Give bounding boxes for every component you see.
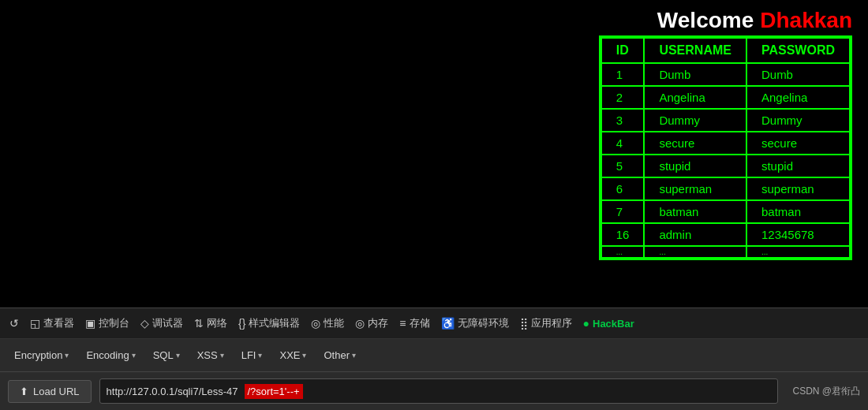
devtools-console[interactable]: ▣ 控制台 <box>80 313 134 334</box>
encoding-menu[interactable]: Encoding ▾ <box>78 345 143 366</box>
csdn-label: CSDN @君衔凸 <box>792 385 860 398</box>
welcome-section: Welcome Dhakkan <box>657 8 852 33</box>
encryption-menu[interactable]: Encryption ▾ <box>6 345 77 366</box>
table-cell-0: 1 <box>601 63 645 86</box>
table-cell-2: Dumb <box>746 63 850 86</box>
devtools-debugger[interactable]: ◇ 调试器 <box>136 313 188 334</box>
encryption-label: Encryption <box>14 349 62 361</box>
accessibility-icon: ♿ <box>441 317 455 330</box>
table-cell-2: secure <box>746 132 850 155</box>
table-cell-0: 2 <box>601 86 645 109</box>
sql-arrow: ▾ <box>176 351 180 360</box>
table-cell-0: 7 <box>601 200 645 223</box>
devtools-performance[interactable]: ◎ 性能 <box>306 313 349 334</box>
table-cell-0: 4 <box>601 132 645 155</box>
application-label: 应用程序 <box>531 316 572 330</box>
lfi-menu[interactable]: LFI ▾ <box>234 345 271 366</box>
table-cell-1: secure <box>644 132 746 155</box>
data-table-wrapper: ID USERNAME PASSWORD 1DumbDumb2AngelinaA… <box>599 35 852 260</box>
table-cell-partial-0: ... <box>601 246 645 258</box>
debugger-label: 调试器 <box>152 316 183 330</box>
table-cell-0: 16 <box>601 223 645 246</box>
url-bar: ⬆ Load URL http://127.0.0.1/sqli7/Less-4… <box>0 372 868 410</box>
xss-arrow: ▾ <box>220 351 224 360</box>
devtools-storage[interactable]: ≡ 存储 <box>395 313 434 334</box>
welcome-label: Welcome <box>657 8 754 33</box>
performance-label: 性能 <box>324 316 344 330</box>
table-cell-1: stupid <box>644 155 746 177</box>
table-header-row: ID USERNAME PASSWORD <box>601 38 850 63</box>
col-id: ID <box>601 38 645 63</box>
url-input-wrapper[interactable]: http://127.0.0.1/sqli7/Less-47 /?sort=1'… <box>99 378 779 404</box>
devtools-accessibility[interactable]: ♿ 无障碍环境 <box>436 313 514 334</box>
table-row: 1DumbDumb <box>601 63 850 86</box>
devtools-application[interactable]: ⣿ 应用程序 <box>515 313 577 334</box>
table-row: 16admin12345678 <box>601 223 850 246</box>
encoding-label: Encoding <box>86 349 129 361</box>
hackbar-menu: Encryption ▾ Encoding ▾ SQL ▾ XSS ▾ LFI … <box>0 339 868 372</box>
devtools-refresh[interactable]: ↺ <box>5 314 24 333</box>
xxe-arrow: ▾ <box>302 351 306 360</box>
other-label: Other <box>324 349 350 361</box>
load-url-button[interactable]: ⬆ Load URL <box>8 380 92 403</box>
table-cell-1: batman <box>644 200 746 223</box>
other-arrow: ▾ <box>352 351 356 360</box>
memory-label: 内存 <box>368 316 388 330</box>
hackbar-icon: ● <box>583 317 589 330</box>
inspector-icon: ◱ <box>30 317 40 330</box>
xss-menu[interactable]: XSS ▾ <box>189 345 232 366</box>
url-static-part: http://127.0.0.1/sqli7/Less-47 <box>100 386 245 397</box>
devtools-style-editor[interactable]: {} 样式编辑器 <box>234 313 305 334</box>
table-cell-2: superman <box>746 177 850 200</box>
col-username: USERNAME <box>644 38 746 63</box>
table-cell-2: Angelina <box>746 86 850 109</box>
inspector-label: 查看器 <box>43 316 74 330</box>
console-icon: ▣ <box>85 317 95 330</box>
debugger-icon: ◇ <box>140 317 149 330</box>
refresh-icon: ↺ <box>9 317 19 330</box>
table-cell-1: admin <box>644 223 746 246</box>
table-cell-1: superman <box>644 177 746 200</box>
table-cell-2: Dummy <box>746 109 850 132</box>
table-cell-2: stupid <box>746 155 850 177</box>
load-url-label: Load URL <box>33 386 80 397</box>
welcome-name: Dhakkan <box>760 8 852 33</box>
table-cell-2: 12345678 <box>746 223 850 246</box>
main-content: Welcome Dhakkan ID USERNAME PASSWORD 1Du… <box>0 0 868 308</box>
xss-label: XSS <box>197 349 218 361</box>
memory-icon: ◎ <box>355 317 365 330</box>
xxe-menu[interactable]: XXE ▾ <box>271 345 314 366</box>
encoding-arrow: ▾ <box>132 351 136 360</box>
load-url-icon: ⬆ <box>20 386 28 397</box>
table-cell-partial-2: ... <box>746 246 850 258</box>
console-label: 控制台 <box>99 316 129 330</box>
devtools-network[interactable]: ⇅ 网络 <box>189 313 232 334</box>
xxe-label: XXE <box>279 349 300 361</box>
table-cell-1: Dumb <box>644 63 746 86</box>
table-cell-1: Dummy <box>644 109 746 132</box>
table-row-partial: ......... <box>601 246 850 258</box>
table-cell-0: 6 <box>601 177 645 200</box>
data-table: ID USERNAME PASSWORD 1DumbDumb2AngelinaA… <box>600 37 851 259</box>
performance-icon: ◎ <box>311 317 320 330</box>
table-row: 5stupidstupid <box>601 155 850 177</box>
devtools-memory[interactable]: ◎ 内存 <box>350 313 393 334</box>
table-row: 4securesecure <box>601 132 850 155</box>
lfi-arrow: ▾ <box>258 351 262 360</box>
encryption-arrow: ▾ <box>65 351 69 360</box>
lfi-label: LFI <box>241 349 256 361</box>
table-cell-0: 5 <box>601 155 645 177</box>
other-menu[interactable]: Other ▾ <box>316 345 364 366</box>
devtools-hackbar[interactable]: ● HackBar <box>578 314 639 333</box>
hackbar-label: HackBar <box>593 318 634 330</box>
network-icon: ⇅ <box>194 317 204 330</box>
url-highlight-part: /?sort=1'--+ <box>245 384 303 399</box>
style-editor-label: 样式编辑器 <box>249 316 300 330</box>
sql-label: SQL <box>153 349 174 361</box>
sql-menu[interactable]: SQL ▾ <box>145 345 188 366</box>
table-row: 6supermansuperman <box>601 177 850 200</box>
table-row: 2AngelinaAngelina <box>601 86 850 109</box>
devtools-inspector[interactable]: ◱ 查看器 <box>25 313 79 334</box>
table-cell-partial-1: ... <box>644 246 746 258</box>
table-cell-2: batman <box>746 200 850 223</box>
